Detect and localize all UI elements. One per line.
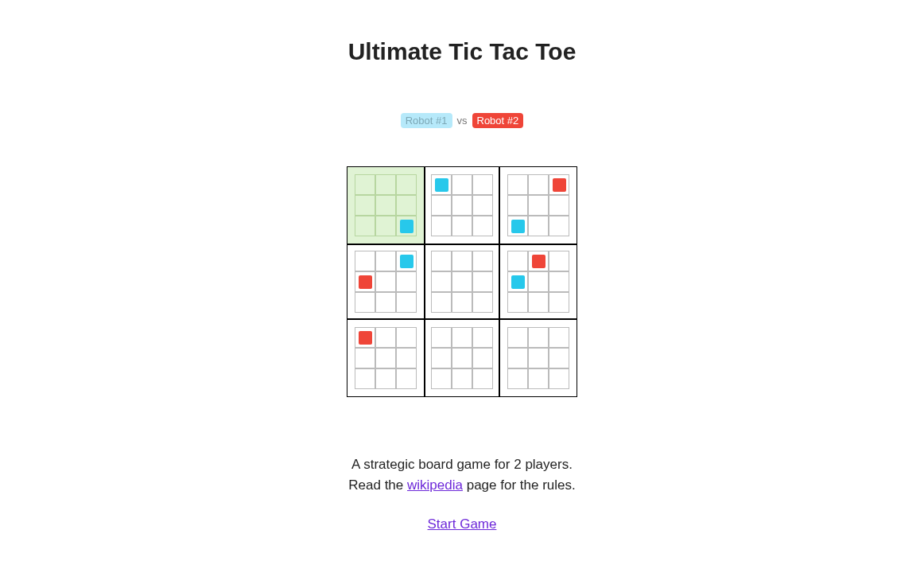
cell-1-1[interactable]: [452, 174, 472, 195]
big-cell-5: [500, 244, 577, 320]
cell-2-3[interactable]: [507, 195, 528, 216]
cell-0-0[interactable]: [355, 174, 375, 195]
small-board-1: [431, 174, 493, 236]
small-board-0: [355, 174, 417, 236]
cell-5-1[interactable]: [528, 251, 549, 271]
cell-6-7[interactable]: [375, 368, 396, 389]
cell-4-8[interactable]: [472, 292, 493, 313]
cell-0-7[interactable]: [375, 216, 396, 236]
cell-5-2[interactable]: [549, 251, 569, 271]
cell-8-4[interactable]: [528, 348, 549, 368]
cell-1-4[interactable]: [452, 195, 472, 216]
cell-6-8[interactable]: [396, 368, 417, 389]
cell-0-4[interactable]: [375, 195, 396, 216]
small-board-5: [507, 251, 569, 313]
cell-0-1[interactable]: [375, 174, 396, 195]
cell-7-2[interactable]: [472, 327, 493, 348]
cell-2-2[interactable]: [549, 174, 569, 195]
cell-7-5[interactable]: [472, 348, 493, 368]
cell-2-4[interactable]: [528, 195, 549, 216]
cell-6-0[interactable]: [355, 327, 375, 348]
player-indicator: Robot #1 vs Robot #2: [401, 113, 524, 128]
cell-3-8[interactable]: [396, 292, 417, 313]
cell-3-5[interactable]: [396, 271, 417, 292]
cell-6-1[interactable]: [375, 327, 396, 348]
cell-0-3[interactable]: [355, 195, 375, 216]
cell-8-1[interactable]: [528, 327, 549, 348]
player2-mark: [359, 275, 372, 289]
cell-5-8[interactable]: [549, 292, 569, 313]
cell-2-6[interactable]: [507, 216, 528, 236]
cell-8-3[interactable]: [507, 348, 528, 368]
cell-2-0[interactable]: [507, 174, 528, 195]
cell-7-7[interactable]: [452, 368, 472, 389]
cell-0-5[interactable]: [396, 195, 417, 216]
cell-7-0[interactable]: [431, 327, 452, 348]
cell-3-3[interactable]: [355, 271, 375, 292]
start-game-link[interactable]: Start Game: [428, 514, 497, 535]
cell-6-2[interactable]: [396, 327, 417, 348]
cell-7-1[interactable]: [452, 327, 472, 348]
cell-8-6[interactable]: [507, 368, 528, 389]
cell-5-0[interactable]: [507, 251, 528, 271]
cell-1-7[interactable]: [452, 216, 472, 236]
cell-3-0[interactable]: [355, 251, 375, 271]
cell-8-2[interactable]: [549, 327, 569, 348]
cell-6-4[interactable]: [375, 348, 396, 368]
cell-4-1[interactable]: [452, 251, 472, 271]
player1-mark: [400, 220, 413, 233]
cell-1-6[interactable]: [431, 216, 452, 236]
cell-0-8[interactable]: [396, 216, 417, 236]
player1-mark: [511, 220, 525, 233]
cell-5-6[interactable]: [507, 292, 528, 313]
small-board-7: [431, 327, 493, 389]
small-board-3: [355, 251, 417, 313]
cell-2-7[interactable]: [528, 216, 549, 236]
cell-5-5[interactable]: [549, 271, 569, 292]
cell-7-6[interactable]: [431, 368, 452, 389]
cell-8-7[interactable]: [528, 368, 549, 389]
cell-3-1[interactable]: [375, 251, 396, 271]
cell-3-6[interactable]: [355, 292, 375, 313]
cell-2-1[interactable]: [528, 174, 549, 195]
cell-4-5[interactable]: [472, 271, 493, 292]
game-board: [347, 166, 577, 397]
cell-3-7[interactable]: [375, 292, 396, 313]
cell-6-5[interactable]: [396, 348, 417, 368]
cell-6-6[interactable]: [355, 368, 375, 389]
cell-4-3[interactable]: [431, 271, 452, 292]
cell-0-2[interactable]: [396, 174, 417, 195]
cell-7-3[interactable]: [431, 348, 452, 368]
cell-4-2[interactable]: [472, 251, 493, 271]
cell-1-0[interactable]: [431, 174, 452, 195]
cell-2-8[interactable]: [549, 216, 569, 236]
cell-1-3[interactable]: [431, 195, 452, 216]
cell-4-4[interactable]: [452, 271, 472, 292]
wikipedia-link[interactable]: wikipedia: [407, 477, 463, 493]
cell-4-7[interactable]: [452, 292, 472, 313]
cell-4-6[interactable]: [431, 292, 452, 313]
cell-5-7[interactable]: [528, 292, 549, 313]
cell-4-0[interactable]: [431, 251, 452, 271]
cell-0-6[interactable]: [355, 216, 375, 236]
cell-3-4[interactable]: [375, 271, 396, 292]
cell-5-3[interactable]: [507, 271, 528, 292]
cell-2-5[interactable]: [549, 195, 569, 216]
cell-1-5[interactable]: [472, 195, 493, 216]
big-cell-1: [424, 167, 500, 244]
cell-5-4[interactable]: [528, 271, 549, 292]
cell-8-0[interactable]: [507, 327, 528, 348]
cell-3-2[interactable]: [396, 251, 417, 271]
cell-8-8[interactable]: [549, 368, 569, 389]
player1-mark: [435, 178, 448, 192]
cell-6-3[interactable]: [355, 348, 375, 368]
cell-1-2[interactable]: [472, 174, 493, 195]
small-board-2: [507, 174, 569, 236]
player2-mark: [553, 178, 566, 192]
cell-7-8[interactable]: [472, 368, 493, 389]
cell-7-4[interactable]: [452, 348, 472, 368]
player1-mark: [400, 255, 413, 268]
cell-1-8[interactable]: [472, 216, 493, 236]
player2-mark: [532, 255, 545, 268]
cell-8-5[interactable]: [549, 348, 569, 368]
